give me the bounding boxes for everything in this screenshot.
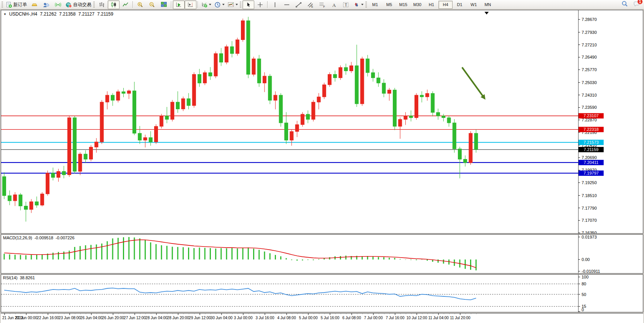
candle [182,99,185,109]
time-axis-label: 28 Jun 04:00 [145,316,167,320]
candle [274,95,277,100]
auto-scroll-button[interactable] [173,0,185,9]
vertical-line-icon [272,2,278,8]
candle [138,133,142,140]
bar-chart-mode-button[interactable] [96,0,108,9]
candle [431,94,434,113]
new-order-label: 新订单 [13,2,27,8]
time-axis[interactable]: 21 Jun 202322 Jun 00:0022 Jun 16:0023 Ju… [1,313,643,323]
main-chart-panel[interactable]: ▼ USDCNH-,H4 7.21262 7.21358 7.21127 7.2… [1,10,643,234]
svg-text:7.17070: 7.17070 [582,218,597,223]
svg-text:7.16350: 7.16350 [582,231,597,233]
time-axis-label: 22 Jun 00:00 [15,316,37,320]
candlestick-mode-button[interactable] [108,0,120,9]
svg-text:T: T [345,2,348,7]
crosshair-icon [257,2,263,8]
new-order-button[interactable]: 新订单 [4,0,29,9]
sell-arrow-annotation[interactable] [462,67,485,100]
macd-signal-value: -0.007226 [56,235,75,240]
svg-text:100: 100 [582,275,588,279]
timeframe-m1[interactable]: M1 [368,1,382,9]
timeframe-h4[interactable]: H4 [438,1,453,9]
periods-button[interactable] [213,0,226,9]
candle [474,133,478,150]
rsi-label: RSI(14) 38.8261 [3,275,35,280]
text-button[interactable]: A [328,0,340,9]
line-chart-mode-button[interactable] [120,0,131,9]
timeframe-d1[interactable]: D1 [453,1,467,9]
rsi-panel[interactable]: RSI(14) 38.8261 1008050150 [1,274,643,312]
zoom-in-button[interactable] [134,0,146,9]
candle [415,95,418,118]
time-axis-label: 30 Jun 04:00 [210,316,233,320]
rsi-chart[interactable]: 1008050150 [1,275,643,312]
fibonacci-button[interactable]: F [316,0,328,9]
horizontal-line-button[interactable] [281,0,293,9]
equidistant-channel-button[interactable]: E [304,0,316,9]
vertical-line-button[interactable] [269,0,281,9]
signal-icon [55,2,61,8]
candle [122,92,125,94]
price-axis[interactable]: 7.286707.279307.272107.264907.257707.250… [578,17,597,233]
timeframe-m15[interactable]: M15 [396,1,410,9]
timeframe-h1[interactable]: H1 [424,1,438,9]
toolbar-separator [267,1,268,8]
text-label-icon: T [343,2,349,8]
autotrading-button[interactable]: 自动交易 [64,0,93,9]
timeframe-m5[interactable]: M5 [382,1,396,9]
zoom-out-icon [149,2,155,8]
search-button[interactable] [621,0,628,9]
candle [203,73,207,83]
auto-scroll-icon [175,2,182,8]
crosshair-button[interactable] [254,0,266,9]
collapse-icon[interactable]: ▼ [3,13,6,16]
candle [111,95,115,100]
notifications-button[interactable]: 1 [633,0,640,9]
timeframe-w1[interactable]: W1 [467,1,481,9]
templates-button[interactable] [226,0,239,9]
timeframe-mn[interactable]: MN [481,1,495,9]
data-history-button[interactable] [40,0,52,9]
svg-text:7.23107: 7.23107 [583,113,599,118]
candle [420,95,424,97]
new-chart-button[interactable] [199,0,213,9]
candle [453,123,456,149]
bar-chart-icon [99,2,105,8]
candle [230,47,234,54]
cursor-button[interactable] [242,0,254,9]
tile-windows-button[interactable] [158,0,170,9]
cloud-user-icon [43,2,49,8]
macd-main-value: -0.009518 [34,235,53,240]
candle [176,102,180,109]
zoom-out-button[interactable] [146,0,158,9]
trendline-button[interactable] [293,0,304,9]
timeframe-m30[interactable]: M30 [410,1,424,9]
candle [469,133,472,162]
candle [35,202,38,205]
candle [355,66,359,104]
macd-panel[interactable]: MACD(12,26,9) -0.009518 -0.007226 0.0197… [1,234,643,274]
svg-text:7.19250: 7.19250 [582,180,597,185]
chevron-down-icon [222,4,225,5]
text-label-button[interactable]: T [340,0,352,9]
chart-profile-button[interactable] [29,0,40,9]
toolbar-separator [198,1,198,8]
zoom-in-icon [137,2,143,8]
rsi-value: 38.8261 [20,275,35,280]
chevron-down-icon [209,4,211,5]
svg-text:7.28670: 7.28670 [582,17,597,22]
signals-button[interactable] [52,0,64,9]
candle [241,21,245,40]
candle [350,66,353,71]
arrows-button[interactable] [352,0,365,9]
candle [290,132,293,140]
toolbar-grip [240,2,241,8]
svg-text:0: 0 [582,307,584,312]
time-axis-label: 5 Jul 00:00 [299,316,318,320]
candle [317,97,320,102]
svg-text:7.24310: 7.24310 [582,93,597,97]
candlestick-chart[interactable]: 7.286707.279307.272107.264907.257707.250… [1,10,643,233]
macd-chart[interactable]: 0.019730.00-0.010911 [1,235,643,273]
price-high: 7.21358 [59,11,75,17]
chart-shift-button[interactable] [185,0,196,9]
